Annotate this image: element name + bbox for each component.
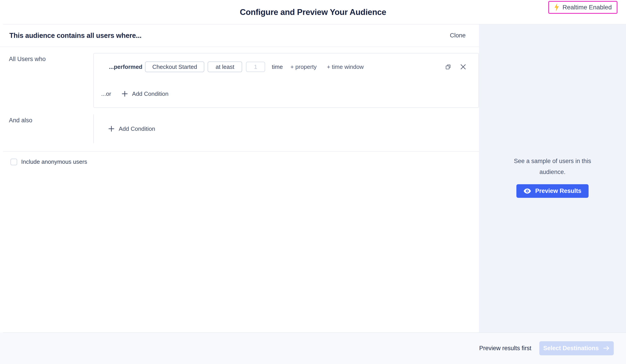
builder-row-and-also: And also Add Condition xyxy=(0,114,479,143)
preview-side-panel: See a sample of users in this audience. … xyxy=(479,25,626,332)
builder-main: This audience contains all users where..… xyxy=(0,25,479,332)
operator-select-button[interactable]: at least xyxy=(208,61,242,72)
condition-row: ...performed Checkout Started at least t… xyxy=(109,61,466,72)
footer-hint-text: Preview results first xyxy=(479,345,531,352)
and-also-add-condition-button[interactable]: Add Condition xyxy=(108,125,155,132)
select-destinations-button[interactable]: Select Destinations xyxy=(539,341,614,355)
or-add-condition-button[interactable]: Add Condition xyxy=(121,90,168,97)
page-header: Configure and Preview Your Audience Real… xyxy=(0,0,626,25)
include-anonymous-row[interactable]: Include anonymous users xyxy=(10,158,479,165)
row-label-and-also: And also xyxy=(0,114,93,143)
realtime-enabled-label: Realtime Enabled xyxy=(562,4,612,11)
select-destinations-label: Select Destinations xyxy=(543,345,599,352)
audience-heading: This audience contains all users where..… xyxy=(9,32,450,40)
clone-button[interactable]: Clone xyxy=(450,32,466,39)
or-row: ...or Add Condition xyxy=(101,90,466,98)
plus-icon xyxy=(121,90,128,97)
condition-actions xyxy=(445,64,466,70)
remove-condition-button[interactable] xyxy=(460,64,466,70)
content-area: This audience contains all users where..… xyxy=(0,25,626,332)
footer-bar: Preview results first Select Destination… xyxy=(0,332,626,364)
performed-label: ...performed xyxy=(109,64,142,70)
preview-results-label: Preview Results xyxy=(535,188,581,195)
include-anonymous-label: Include anonymous users xyxy=(21,158,87,165)
page-title: Configure and Preview Your Audience xyxy=(240,7,386,17)
preview-message: See a sample of users in this audience. xyxy=(514,156,591,178)
preview-message-line1: See a sample of users in this xyxy=(514,156,591,167)
preview-results-button[interactable]: Preview Results xyxy=(516,184,588,198)
and-also-panel: Add Condition xyxy=(93,114,479,143)
duplicate-icon xyxy=(445,64,451,70)
row-label-all-users-who: All Users who xyxy=(0,53,93,108)
audience-header: This audience contains all users where..… xyxy=(0,25,479,47)
event-select-button[interactable]: Checkout Started xyxy=(145,61,204,72)
realtime-enabled-badge: Realtime Enabled xyxy=(548,1,618,14)
builder-row-all-users: All Users who ...performed Checkout Star… xyxy=(0,53,479,108)
condition-builder: All Users who ...performed Checkout Star… xyxy=(0,47,479,332)
preview-message-line2: audience. xyxy=(514,167,591,178)
or-label: ...or xyxy=(101,90,111,97)
duplicate-condition-button[interactable] xyxy=(445,64,451,70)
condition-card: ...performed Checkout Started at least t… xyxy=(93,53,479,108)
close-icon xyxy=(460,64,466,70)
audience-builder-page: Configure and Preview Your Audience Real… xyxy=(0,0,626,364)
lightning-bolt-icon xyxy=(554,3,559,11)
add-condition-label: Add Condition xyxy=(119,125,155,132)
count-input[interactable] xyxy=(246,62,265,72)
include-anonymous-checkbox[interactable] xyxy=(10,159,17,165)
arrow-right-icon xyxy=(603,346,610,351)
add-condition-label: Add Condition xyxy=(132,90,168,97)
count-suffix-label: time xyxy=(272,64,283,70)
add-property-button[interactable]: + property xyxy=(290,64,316,70)
section-divider xyxy=(3,151,479,152)
plus-icon xyxy=(108,125,115,132)
eye-icon xyxy=(523,189,531,194)
add-time-window-button[interactable]: + time window xyxy=(327,64,364,70)
